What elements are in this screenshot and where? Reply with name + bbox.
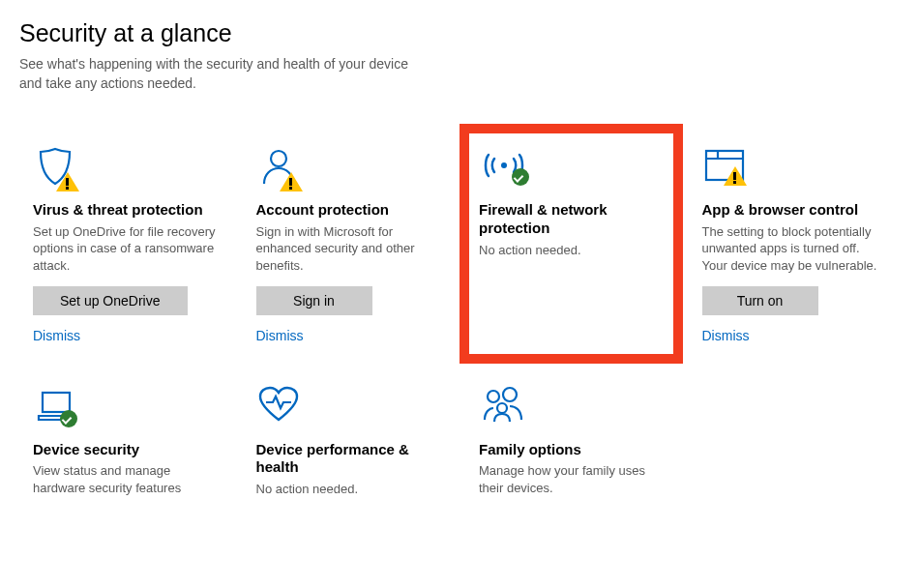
tile-title: Device security	[33, 441, 218, 459]
checkmark-badge-icon	[60, 410, 77, 427]
shield-icon	[33, 145, 218, 191]
svg-point-0	[271, 151, 286, 166]
svg-point-8	[497, 403, 507, 413]
browser-window-icon	[702, 145, 887, 191]
security-tiles-grid: Virus & threat protection Set up OneDriv…	[17, 128, 902, 531]
tile-description: Sign in with Microsoft for enhanced secu…	[256, 223, 441, 275]
dismiss-link[interactable]: Dismiss	[702, 328, 750, 343]
tile-title: Firewall & network protection	[479, 201, 664, 238]
svg-point-7	[503, 388, 517, 401]
tile-description: The setting to block potentially unwante…	[702, 223, 887, 275]
tile-title: App & browser control	[702, 201, 887, 220]
tile-family-options[interactable]: Family options Manage how your family us…	[463, 368, 679, 532]
tile-description: Manage how your family uses their device…	[479, 462, 664, 496]
turn-on-button[interactable]: Turn on	[702, 286, 818, 315]
tile-description: No action needed.	[479, 242, 664, 259]
tile-title: Device performance & health	[256, 441, 441, 478]
tile-firewall-network-protection[interactable]: Firewall & network protection No action …	[463, 128, 679, 359]
svg-point-6	[488, 391, 499, 402]
family-people-icon	[479, 385, 664, 431]
svg-point-1	[501, 162, 507, 168]
dismiss-link[interactable]: Dismiss	[33, 328, 80, 343]
tile-device-security[interactable]: Device security View status and manage h…	[17, 368, 233, 532]
dismiss-link[interactable]: Dismiss	[256, 328, 304, 343]
tile-title: Family options	[479, 441, 664, 459]
page-subtitle: See what's happening with the security a…	[19, 55, 426, 93]
warning-badge-icon	[280, 172, 299, 191]
laptop-icon	[33, 385, 218, 431]
tile-description: No action needed.	[256, 481, 441, 498]
tile-description: View status and manage hardware security…	[33, 462, 218, 496]
tile-account-protection[interactable]: Account protection Sign in with Microsof…	[241, 128, 457, 359]
setup-onedrive-button[interactable]: Set up OneDrive	[33, 286, 188, 315]
person-icon	[256, 145, 441, 191]
tile-device-performance-health[interactable]: Device performance & health No action ne…	[241, 368, 457, 532]
heart-pulse-icon	[256, 385, 441, 431]
warning-badge-icon	[724, 166, 743, 186]
warning-badge-icon	[56, 172, 75, 191]
tile-title: Account protection	[256, 201, 441, 220]
tile-virus-threat-protection[interactable]: Virus & threat protection Set up OneDriv…	[17, 128, 233, 359]
svg-rect-5	[43, 393, 70, 412]
network-signal-icon	[479, 145, 664, 191]
sign-in-button[interactable]: Sign in	[256, 286, 372, 315]
tile-title: Virus & threat protection	[33, 201, 218, 220]
tile-app-browser-control[interactable]: App & browser control The setting to blo…	[687, 128, 903, 359]
page-title: Security at a glance	[19, 19, 900, 47]
tile-description: Set up OneDrive for file recovery option…	[33, 223, 218, 275]
